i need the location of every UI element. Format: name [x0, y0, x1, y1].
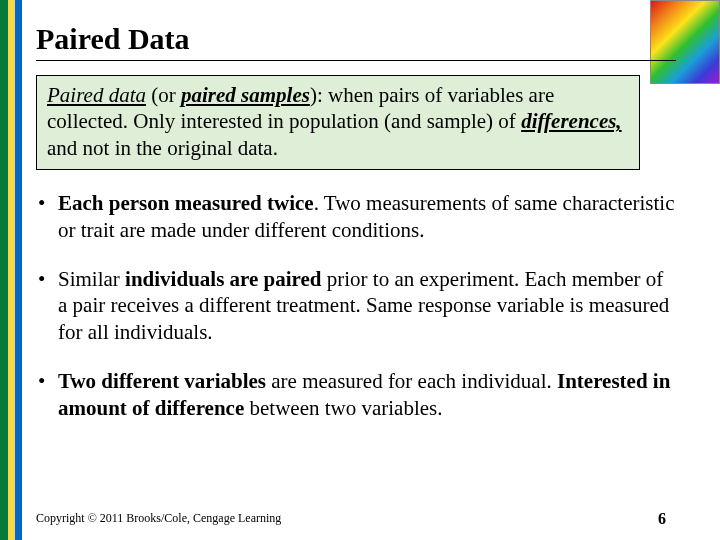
bullet-3: Two different variables are measured for… [36, 368, 676, 422]
bullet-3-bold1: Two different variables [58, 369, 266, 393]
bullet-3-mid: are measured for each individual. [266, 369, 557, 393]
def-paren-pre: (or [146, 83, 181, 107]
bullet-2: Similar individuals are paired prior to … [36, 266, 676, 347]
bullet-1: Each person measured twice. Two measurem… [36, 190, 676, 244]
bullet-list: Each person measured twice. Two measurem… [36, 190, 676, 422]
copyright-footer: Copyright © 2011 Brooks/Cole, Cengage Le… [36, 511, 281, 526]
bullet-2-bold: individuals are paired [125, 267, 321, 291]
slide-title: Paired Data [36, 22, 676, 56]
page-number: 6 [658, 510, 666, 528]
title-rule [36, 60, 676, 61]
stripe-green [0, 0, 8, 540]
def-rest2: and not in the original data. [47, 136, 278, 160]
def-paren-post: ): [310, 83, 323, 107]
stripe-yellow [8, 0, 15, 540]
def-term3: differences, [521, 109, 622, 133]
def-term2: paired samples [181, 83, 310, 107]
def-term1: Paired data [47, 83, 146, 107]
slide-content: Paired Data Paired data (or paired sampl… [36, 22, 676, 444]
bullet-3-post: between two variables. [244, 396, 442, 420]
side-stripes [0, 0, 22, 540]
stripe-blue [15, 0, 22, 540]
definition-box: Paired data (or paired samples): when pa… [36, 75, 640, 170]
bullet-2-pre: Similar [58, 267, 125, 291]
bullet-1-bold: Each person measured twice [58, 191, 314, 215]
